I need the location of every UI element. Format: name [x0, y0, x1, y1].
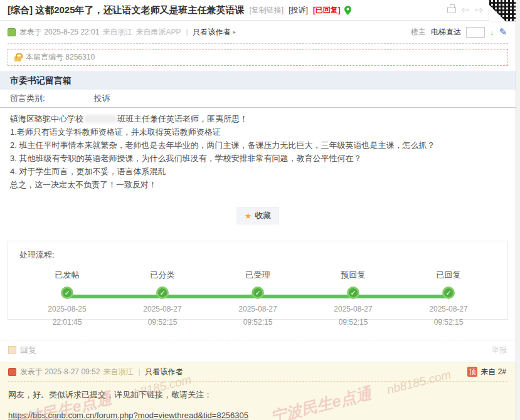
favorite-button-row: ★ 收藏 — [0, 207, 516, 224]
message-number-notice: 本留言编号 8256310 — [8, 49, 508, 66]
replied-status-badge: [已回复] — [313, 5, 341, 16]
post1-from-app: 来自甬派APP — [135, 27, 181, 38]
copy-link-button[interactable]: [复制链接] — [250, 5, 284, 16]
related-thread-link[interactable]: https://bbs.cnnb.com.cn/forum.php?mod=vi… — [8, 411, 248, 420]
step-label: 已受理 — [210, 270, 305, 285]
post2-header-right: 顶 来自 2# — [467, 367, 506, 377]
floor-label: 楼主 — [411, 27, 426, 38]
content-intro-line: 镇海区骆驼中心学校班班主任兼任英语老师，匪夷所思！ — [10, 112, 506, 125]
content-line: 2. 班主任平时事情本来就繁杂，老师也是去年毕业的，两门主课，备课压力无比巨大，… — [10, 139, 506, 152]
post2-official-reply: 发表于 2025-8-27 09:52 来自浙江 | 只看该作者 顶 来自 2#… — [0, 362, 516, 420]
content-line: 1.老师只有语文学科教师资格证，并未取得英语教师资格证 — [10, 125, 506, 139]
content-line: 总之，这一决定太不负责了！一致反对！ — [10, 178, 506, 191]
star-icon: ★ — [245, 211, 252, 221]
post2-header: 发表于 2025-8-27 09:52 来自浙江 | 只看该作者 顶 来自 2# — [8, 362, 507, 382]
step-check-icon: ✓ — [347, 286, 359, 299]
step-date: 2025-08-27 — [210, 305, 305, 313]
process-flow-title: 处理流程: — [19, 249, 496, 261]
step-time: 09:52:15 — [210, 318, 305, 327]
step-check-icon: ✓ — [61, 286, 73, 299]
post2-from-location: 来自浙江 — [103, 367, 133, 377]
category-label: 留言类别: — [10, 93, 45, 104]
location-pin-icon — [344, 6, 351, 15]
edit-pencil-icon[interactable]: ✎ — [499, 26, 507, 38]
post2-floor-label: 来自 2# — [480, 367, 506, 377]
report-button[interactable]: 举报 — [492, 345, 507, 355]
reply-bar: 回复 举报 — [0, 340, 516, 360]
reply-button[interactable]: 回复 — [20, 345, 36, 356]
next-thread-icon[interactable]: ⇨ — [475, 5, 483, 14]
post1-from-location: 来自浙江 — [102, 27, 132, 38]
caret-right-icon: ▸ — [233, 29, 236, 35]
elevator-label: 电梯直达 — [431, 27, 461, 38]
print-icon[interactable] — [447, 7, 456, 13]
thread-title: [综合] 这都2025年了，还让语文老师又是班主任兼英语课 — [8, 4, 245, 16]
step-check-icon: ✓ — [252, 286, 264, 299]
timeline-step: 已发帖 ✓ 2025-08-25 22:01:45 — [19, 270, 115, 327]
step-time: 09:52:15 — [401, 318, 496, 327]
redacted-text — [83, 115, 117, 123]
step-check-icon: ✓ — [156, 286, 169, 299]
titlebar-tools: ⇦ ⇨ — [447, 5, 483, 14]
intro-before-text: 镇海区骆驼中心学校 — [10, 114, 83, 123]
category-row: 留言类别: 投诉 — [0, 90, 516, 108]
post2-avatar-icon[interactable] — [8, 368, 16, 376]
step-label: 已发帖 — [19, 270, 115, 285]
main-content: [综合] 这都2025年了，还让语文老师又是班主任兼英语课 [复制链接] [投诉… — [0, 0, 516, 420]
qr-code-page-peel[interactable] — [489, 0, 516, 21]
timeline-step: 已受理 ✓ 2025-08-27 09:52:15 — [210, 270, 305, 327]
header-separator: | — [138, 367, 140, 376]
step-date: 2025-08-25 — [19, 305, 115, 313]
process-timeline: 已发帖 ✓ 2025-08-25 22:01:45 已分类 ✓ 2025-08-… — [19, 270, 496, 327]
step-time: 22:01:45 — [19, 318, 115, 327]
content-line: 3. 其他班级有专职的英语老师授课，为什么我们班没有，学校安排非常有问题，教育公… — [10, 152, 506, 165]
post1-header: 发表于 2025-8-25 22:01 来自浙江 来自甬派APP | 只看该作者… — [8, 21, 508, 44]
step-label: 已分类 — [115, 270, 210, 285]
step-check-icon: ✓ — [442, 286, 455, 299]
only-author-link[interactable]: 只看该作者 — [193, 27, 231, 38]
pinned-top-badge: 顶 — [467, 367, 477, 377]
step-label: 已回复 — [401, 270, 496, 285]
mailbox-title: 市委书记留言箱 — [10, 75, 72, 87]
lock-icon — [14, 56, 21, 61]
forum-thread-page: [综合] 这都2025年了，还让语文老师又是班主任兼英语课 [复制链接] [投诉… — [0, 0, 520, 420]
mailbox-header-bar: 市委书记留言箱 — [0, 71, 516, 90]
step-time: 09:52:15 — [115, 318, 210, 327]
complain-button[interactable]: [投诉] — [289, 5, 308, 16]
category-value: 投诉 — [94, 93, 110, 104]
content-line: 4. 对于学生而言，更加不妥，语言体系混乱 — [10, 165, 506, 178]
reply-icon — [8, 346, 16, 354]
elevator-page-input[interactable] — [466, 27, 485, 38]
intro-after-text: 班班主任兼任英语老师，匪夷所思！ — [117, 114, 248, 123]
elevator-go-icon[interactable]: ↓ — [490, 28, 494, 37]
favorite-label: 收藏 — [255, 210, 271, 221]
process-flow-box: 处理流程: 已发帖 ✓ 2025-08-25 22:01:45 已分类 ✓ 20… — [8, 241, 508, 320]
post2-posted-time: 发表于 2025-8-27 09:52 — [20, 367, 100, 377]
message-number-text: 本留言编号 8256310 — [26, 52, 95, 63]
step-label: 预回复 — [305, 270, 401, 285]
timeline-step: 已分类 ✓ 2025-08-27 09:52:15 — [115, 270, 210, 327]
post2-content: 网友，好。类似诉求已提交，详见如下链接，敬请关注： — [8, 382, 507, 401]
timeline-step: 预回复 ✓ 2025-08-27 09:52:15 — [305, 270, 401, 327]
step-date: 2025-08-27 — [305, 305, 401, 313]
step-time: 09:52:15 — [305, 318, 401, 327]
header-separator: | — [186, 28, 188, 36]
favorite-button[interactable]: ★ 收藏 — [236, 207, 280, 224]
post1-content: 镇海区骆驼中心学校班班主任兼任英语老师，匪夷所思！ 1.老师只有语文学科教师资格… — [0, 108, 516, 191]
post1-avatar-icon[interactable] — [8, 28, 16, 36]
scrollbar-track[interactable] — [516, 0, 520, 420]
step-date: 2025-08-27 — [401, 305, 496, 313]
post1-posted-time: 发表于 2025-8-25 22:01 — [19, 27, 99, 38]
post1-header-right: 楼主 电梯直达 ↓ ✎ — [411, 21, 507, 43]
prev-thread-icon[interactable]: ⇦ — [462, 5, 470, 14]
thread-title-bar: [综合] 这都2025年了，还让语文老师又是班主任兼英语课 [复制链接] [投诉… — [0, 0, 516, 21]
only-author-link[interactable]: 只看该作者 — [146, 367, 183, 377]
step-date: 2025-08-27 — [115, 305, 210, 313]
timeline-step: 已回复 ✓ 2025-08-27 09:52:15 — [401, 270, 496, 327]
